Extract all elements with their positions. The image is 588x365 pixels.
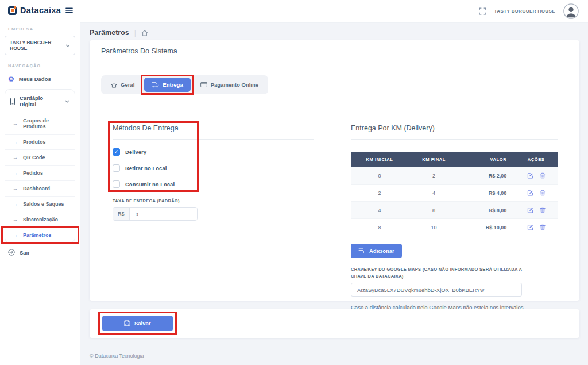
sidebar-item-sair[interactable]: Sair: [0, 244, 80, 260]
save-button-wrap: Salvar: [102, 316, 173, 331]
sidebar-item-label: Sair: [20, 249, 30, 256]
tab-label: Pagamento Online: [211, 82, 258, 88]
save-bar: Salvar: [90, 309, 579, 338]
subnav-item-label: Grupos de Produtos: [23, 118, 69, 129]
tab-pagamento-online[interactable]: Pagamento Online: [193, 78, 266, 92]
logo-inner-square: [11, 9, 14, 12]
tab-label: Entrega: [163, 82, 183, 88]
avatar[interactable]: [563, 3, 579, 19]
delivery-options: ✓ Delivery ✓ Retirar no Local ✓ Consumir…: [113, 148, 314, 188]
sidebar-subnav-item[interactable]: → Sincronização: [5, 212, 75, 227]
edit-icon[interactable]: [527, 224, 533, 230]
checkbox[interactable]: ✓: [113, 180, 120, 188]
breadcrumb: Parâmetros |: [90, 29, 148, 37]
trash-icon[interactable]: [540, 172, 546, 179]
edit-icon[interactable]: [527, 207, 533, 213]
fee-label: TAXA DE ENTREGA (PADRÃO): [113, 198, 314, 203]
datacaixa-logo-icon: [8, 6, 17, 15]
navegacao-label: NAVEGAÇÃO: [0, 56, 80, 71]
currency-prefix: R$: [113, 208, 130, 220]
maps-key-label: CHAVE/KEY DO GOOGLE MAPS (CASO NÃO INFOR…: [351, 266, 530, 280]
subnav-item-label: Produtos: [23, 139, 46, 145]
save-button-label: Salvar: [134, 320, 151, 326]
parameters-card: Parâmetros Do Sistema Geral Entrega: [90, 40, 579, 301]
sidebar-subnav-item[interactable]: → QR Code: [5, 149, 75, 165]
row-actions: [518, 172, 554, 179]
company-select-value: TASTY BURGUER HOUSE: [10, 40, 65, 51]
km-table-row: 8 10 R$ 10,00: [351, 219, 558, 236]
truck-icon: [152, 82, 159, 88]
delivery-method-option[interactable]: ✓ Delivery: [113, 148, 314, 156]
row-actions: [518, 190, 554, 196]
sidebar-item-cardapio-digital[interactable]: Cardápio Digital: [5, 90, 75, 113]
checkbox-label: Delivery: [125, 149, 146, 155]
column-header-km-inicial: KM INICIAL: [351, 152, 408, 167]
save-button[interactable]: Salvar: [102, 316, 173, 331]
cell-km-final: 10: [408, 219, 459, 236]
logo-dot: [14, 6, 16, 9]
home-icon: [111, 82, 117, 88]
delivery-methods-column: Métodos De Entrega ✓ Delivery ✓ Retirar …: [113, 124, 314, 221]
empresa-label: EMPRESA: [0, 20, 80, 34]
cell-km-inicial: 0: [351, 167, 408, 185]
edit-icon[interactable]: [527, 190, 533, 196]
sidebar-group-cardapio-digital: Cardápio Digital → Grupos de Produtos → …: [5, 89, 75, 243]
sidebar-subnav-item[interactable]: → Dashboard: [5, 180, 75, 196]
card-body: Geral Entrega Pagamento Online: [90, 62, 579, 301]
delivery-method-option[interactable]: ✓ Consumir no Local: [113, 180, 314, 188]
km-table-header-row: KM INICIAL KM FINAL VALOR AÇÕES: [351, 152, 558, 167]
checkbox-label: Consumir no Local: [125, 181, 175, 187]
logout-icon: [8, 249, 15, 256]
subnav-item-label: Dashboard: [23, 186, 50, 191]
check-icon: ✓: [114, 149, 119, 155]
maps-key-input[interactable]: [351, 283, 522, 297]
edit-icon[interactable]: [527, 172, 533, 179]
tab-entrega[interactable]: Entrega: [144, 78, 190, 92]
menu-toggle-icon[interactable]: [65, 7, 73, 13]
sidebar-item-meus-dados[interactable]: ⚙ Meus Dados: [0, 71, 80, 87]
company-select[interactable]: TASTY BURGUER HOUSE: [5, 36, 75, 55]
playlist-add-icon: [358, 248, 365, 253]
gear-icon: ⚙: [8, 76, 14, 82]
km-table-row: 0 2 R$ 2,00: [351, 167, 558, 185]
km-table: KM INICIAL KM FINAL VALOR AÇÕES 0 2 R$ 2…: [351, 152, 558, 236]
topbar-company-name: TASTY BURGUER HOUSE: [494, 9, 555, 14]
chevron-down-icon: [65, 100, 69, 103]
tab-label: Geral: [121, 82, 134, 88]
cell-km-inicial: 4: [351, 202, 408, 219]
checkbox-label: Retirar no Local: [125, 165, 167, 171]
trash-icon[interactable]: [540, 224, 546, 230]
sidebar-subnav-item[interactable]: → Produtos: [5, 134, 75, 149]
trash-icon[interactable]: [540, 190, 546, 196]
fee-input[interactable]: [130, 208, 197, 220]
page-title: Parâmetros: [90, 29, 129, 37]
km-table-row: 2 4 R$ 4,00: [351, 185, 558, 202]
km-table-row: 4 8 R$ 8,00: [351, 202, 558, 219]
column-header-acoes: AÇÕES: [514, 152, 558, 167]
breadcrumb-separator: |: [134, 29, 136, 37]
checkbox[interactable]: ✓: [113, 148, 120, 156]
add-km-range-button[interactable]: Adicionar: [351, 244, 402, 258]
cell-valor: R$ 8,00: [459, 202, 514, 219]
tab-geral[interactable]: Geral: [103, 78, 142, 92]
arrow-right-icon: →: [13, 217, 18, 222]
fee-input-group: R$: [113, 207, 198, 221]
sidebar-subnav-item[interactable]: → Saldos e Saques: [5, 196, 75, 212]
subnav-item-label: Pedidos: [23, 170, 43, 176]
cell-km-final: 2: [408, 167, 459, 185]
delivery-method-option[interactable]: ✓ Retirar no Local: [113, 164, 314, 172]
cell-valor: R$ 10,00: [459, 219, 514, 236]
subnav-item-label: Sincronização: [23, 217, 58, 222]
trash-icon[interactable]: [540, 207, 546, 213]
sidebar-subnav-item[interactable]: → Pedidos: [5, 165, 75, 180]
save-icon: [124, 320, 130, 326]
column-header-valor: VALOR: [459, 152, 514, 167]
column-header-km-final: KM FINAL: [408, 152, 459, 167]
row-actions: [518, 207, 554, 213]
fullscreen-icon[interactable]: [479, 7, 486, 15]
delivery-methods-section: Métodos De Entrega ✓ Delivery ✓ Retirar …: [113, 124, 314, 188]
sidebar-subnav-item[interactable]: → Grupos de Produtos: [5, 113, 75, 134]
sidebar-subnav-item[interactable]: → Parâmetros: [5, 227, 75, 243]
checkbox[interactable]: ✓: [113, 164, 120, 172]
home-icon[interactable]: [141, 30, 148, 36]
